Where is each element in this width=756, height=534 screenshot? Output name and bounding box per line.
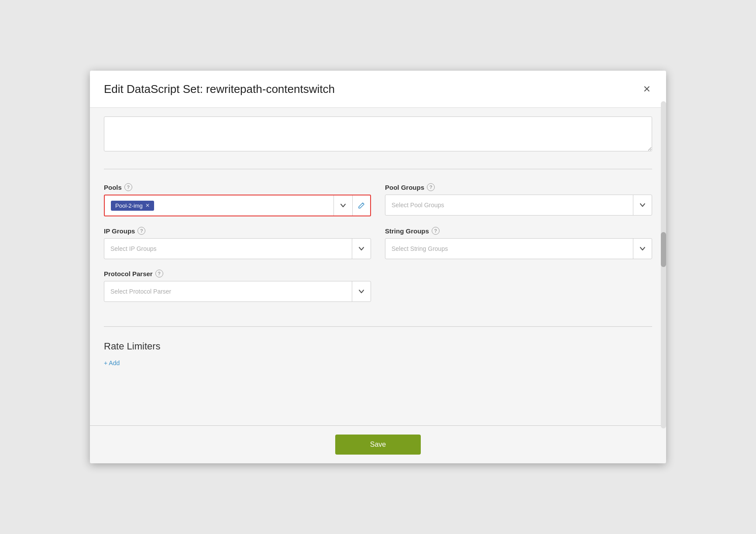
ip-groups-dropdown-content: Select IP Groups	[104, 239, 352, 259]
add-rate-limiter-link[interactable]: + Add	[104, 359, 120, 366]
pool-groups-help-icon: ?	[427, 183, 435, 191]
pool-groups-dropdown[interactable]: Select Pool Groups	[385, 195, 652, 216]
pools-dropdown[interactable]: Pool-2-img ✕	[104, 195, 371, 216]
protocol-placeholder-col	[385, 270, 652, 302]
protocol-help-icon: ?	[155, 270, 163, 277]
protocol-row: Protocol Parser ? Select Protocol Parser	[104, 270, 652, 302]
close-button[interactable]: ×	[642, 81, 652, 97]
pool-groups-label: Pool Groups ?	[385, 183, 652, 191]
script-textarea[interactable]	[104, 116, 652, 151]
rate-limiters-section: Rate Limiters + Add	[104, 334, 652, 374]
string-groups-group: String Groups ? Select String Groups	[385, 227, 652, 259]
string-groups-help-icon: ?	[432, 227, 440, 235]
string-groups-dropdown-content: Select String Groups	[385, 239, 633, 259]
ip-groups-help-icon: ?	[137, 227, 145, 235]
string-groups-label: String Groups ?	[385, 227, 652, 235]
modal-body: Pools ? Pool-2-img ✕	[90, 108, 666, 425]
protocol-dropdown-content: Select Protocol Parser	[104, 281, 352, 301]
string-groups-dropdown[interactable]: Select String Groups	[385, 238, 652, 259]
pool-groups-dropdown-content: Select Pool Groups	[385, 195, 633, 215]
chevron-down-icon	[340, 202, 346, 209]
protocol-group: Protocol Parser ? Select Protocol Parser	[104, 270, 371, 302]
protocol-chevron[interactable]	[352, 281, 371, 301]
divider-1	[104, 169, 652, 169]
pool-groups-chevron[interactable]	[633, 195, 652, 215]
chevron-down-icon	[358, 288, 364, 294]
divider-2	[104, 326, 652, 327]
pools-dropdown-content: Pool-2-img ✕	[105, 195, 333, 216]
pools-chevron[interactable]	[333, 195, 352, 216]
protocol-dropdown[interactable]: Select Protocol Parser	[104, 281, 371, 302]
chevron-down-icon	[639, 246, 646, 252]
pool-tag-remove[interactable]: ✕	[145, 202, 150, 209]
pools-help-icon: ?	[124, 183, 132, 191]
pools-group: Pools ? Pool-2-img ✕	[104, 183, 371, 216]
scrollbar-track	[661, 101, 666, 428]
chevron-down-icon	[358, 246, 364, 252]
ip-groups-group: IP Groups ? Select IP Groups	[104, 227, 371, 259]
pool-groups-group: Pool Groups ? Select Pool Groups	[385, 183, 652, 216]
protocol-label: Protocol Parser ?	[104, 270, 371, 277]
rate-limiters-title: Rate Limiters	[104, 341, 652, 352]
pools-section: Pools ? Pool-2-img ✕	[104, 176, 652, 319]
pools-row: Pools ? Pool-2-img ✕	[104, 183, 652, 216]
modal-header: Edit DataScript Set: rewritepath-content…	[90, 71, 666, 108]
modal-title: Edit DataScript Set: rewritepath-content…	[104, 82, 335, 96]
ip-groups-chevron[interactable]	[352, 239, 371, 259]
ip-string-row: IP Groups ? Select IP Groups	[104, 227, 652, 259]
string-groups-chevron[interactable]	[633, 239, 652, 259]
pools-label: Pools ?	[104, 183, 371, 191]
modal: Edit DataScript Set: rewritepath-content…	[90, 71, 666, 463]
scrollbar-thumb[interactable]	[661, 232, 666, 267]
textarea-section	[104, 108, 652, 162]
pool-tag: Pool-2-img ✕	[111, 201, 154, 211]
modal-footer: Save	[90, 425, 666, 463]
save-button[interactable]: Save	[335, 435, 421, 455]
ip-groups-label: IP Groups ?	[104, 227, 371, 235]
chevron-down-icon	[639, 202, 646, 208]
ip-groups-dropdown[interactable]: Select IP Groups	[104, 238, 371, 259]
pencil-icon	[358, 202, 365, 209]
pools-edit-icon[interactable]	[352, 195, 370, 216]
